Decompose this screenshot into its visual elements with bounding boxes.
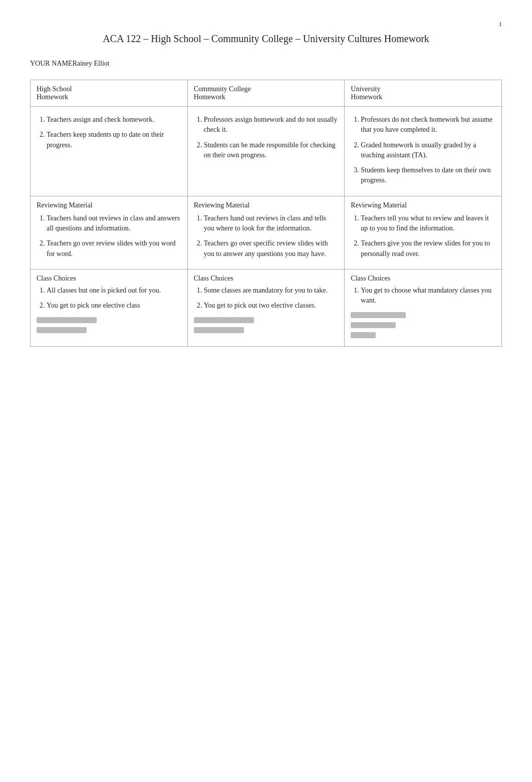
cc-choices-cell: Class Choices Some classes are mandatory… (187, 269, 345, 346)
list-item: Teachers hand out reviews in class and a… (47, 213, 181, 234)
cc-homework-cell: Professors assign homework and do not us… (187, 107, 345, 196)
list-item: Graded homework is usually graded by a t… (361, 140, 495, 161)
list-item: You get to pick out two elective classes… (204, 301, 339, 311)
univ-homework-cell: Professors do not check homework but ass… (345, 107, 502, 196)
list-item: Some classes are mandatory for you to ta… (204, 286, 339, 296)
hs-homework-cell: Teachers assign and check homework. Teac… (31, 107, 188, 196)
list-item: Students keep themselves to date on thei… (361, 165, 495, 186)
list-item: All classes but one is picked out for yo… (47, 286, 181, 296)
table-row: Class Choices All classes but one is pic… (31, 269, 502, 346)
list-item: Students can be made responsible for che… (204, 140, 339, 161)
list-item: Professors do not check homework but ass… (361, 115, 495, 135)
main-title: ACA 122 – High School – Community Colleg… (30, 33, 502, 45)
list-item: Professors assign homework and do not us… (204, 115, 339, 135)
redacted-content (37, 316, 181, 336)
list-item: Teachers hand out reviews in class and t… (204, 213, 339, 234)
hs-choices-cell: Class Choices All classes but one is pic… (31, 269, 188, 346)
cc-review-cell: Reviewing Material Teachers hand out rev… (187, 196, 345, 269)
comparison-table: High School Homework Community College H… (30, 80, 502, 347)
list-item: You get to choose what mandatory classes… (361, 286, 495, 306)
univ-choices-cell: Class Choices You get to choose what man… (345, 269, 502, 346)
list-item: Teachers give you the review slides for … (361, 238, 495, 259)
header-cc: Community College Homework (187, 80, 345, 107)
list-item: Teachers assign and check homework. (47, 115, 181, 125)
table-row: Teachers assign and check homework. Teac… (31, 107, 502, 196)
list-item: Teachers go over review slides with you … (47, 238, 181, 259)
list-item: You get to pick one elective class (47, 301, 181, 311)
list-item: Teachers go over specific review slides … (204, 238, 339, 259)
list-item: Teachers keep students up to date on the… (47, 130, 181, 150)
univ-review-cell: Reviewing Material Teachers tell you wha… (345, 196, 502, 269)
hs-review-cell: Reviewing Material Teachers hand out rev… (31, 196, 188, 269)
redacted-content (351, 311, 495, 341)
page-number: 1 (30, 20, 502, 28)
list-item: Teachers tell you what to review and lea… (361, 213, 495, 234)
header-univ: University Homework (345, 80, 502, 107)
header-hs: High School Homework (31, 80, 188, 107)
table-row: Reviewing Material Teachers hand out rev… (31, 196, 502, 269)
student-name-line: YOUR NAMERainey Elliot (30, 60, 502, 68)
redacted-content (194, 316, 339, 336)
